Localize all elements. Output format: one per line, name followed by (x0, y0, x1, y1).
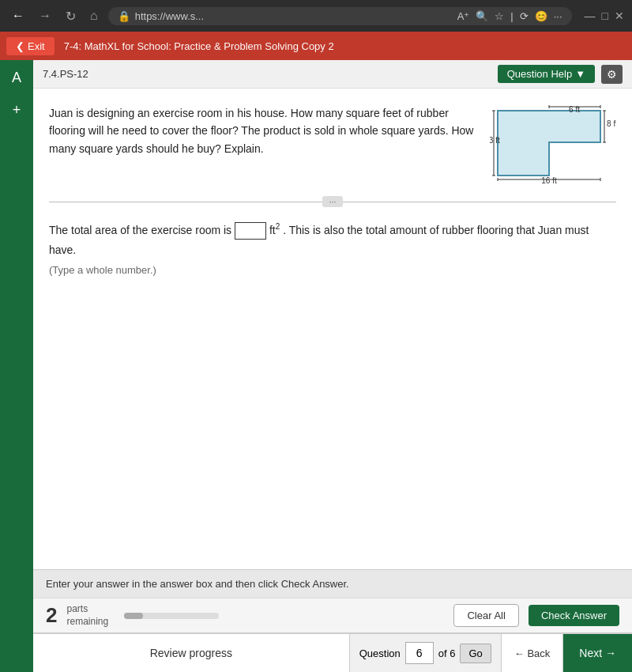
superscript-2: 2 (276, 222, 280, 231)
main-layout: A + 7.4.PS-12 Question Help ▼ ⚙ Juan is … (0, 60, 632, 672)
problem-area: Juan is designing an exercise room in hi… (33, 89, 632, 569)
search-icon: 🔍 (476, 10, 488, 22)
star-icon: ☆ (495, 10, 504, 22)
profile-icon: 😊 (535, 10, 547, 22)
close-btn[interactable]: ✕ (615, 9, 624, 22)
dim-13ft-label: 13 ft (490, 136, 500, 145)
back-button[interactable]: ← Back (502, 634, 564, 672)
progress-bar-container (124, 613, 219, 619)
parts-number: 2 (46, 603, 57, 628)
window-controls: — □ ✕ (585, 9, 624, 22)
question-help-button[interactable]: Question Help ▼ (498, 65, 595, 83)
problem-text: Juan is designing an exercise room in hi… (49, 104, 474, 183)
app-header: ❮ Exit 7-4: MathXL for School: Practice … (0, 32, 632, 60)
dim-8ft-label: 8 ft (607, 119, 616, 128)
type-hint: (Type a whole number.) (49, 264, 156, 276)
sidebar-icon-a[interactable]: A (9, 66, 24, 89)
collapse-handle[interactable]: ··· (322, 196, 342, 207)
exit-label: Exit (28, 40, 45, 52)
url-text: https://www.s... (135, 10, 204, 22)
question-number-input[interactable] (405, 642, 434, 664)
floor-diagram: 6 ft 8 ft 13 ft (490, 104, 616, 183)
content-area: 7.4.PS-12 Question Help ▼ ⚙ Juan is desi… (33, 60, 632, 672)
clear-all-button[interactable]: Clear All (453, 604, 518, 627)
dim-16ft-label: 16 ft (541, 176, 557, 183)
refresh-icon: ⟳ (520, 10, 529, 22)
answer-unit-text: ft2 (269, 224, 280, 236)
nav-back-browser[interactable]: ← (8, 7, 28, 25)
of-total-label: of 6 (438, 647, 456, 659)
exit-arrow-icon: ❮ (16, 40, 24, 52)
url-bar[interactable]: 🔒 https://www.s... A⁺ 🔍 ☆ | ⟳ 😊 ··· (108, 7, 572, 25)
question-id: 7.4.PS-12 (43, 68, 88, 80)
diagram-container: 6 ft 8 ft 13 ft (490, 104, 616, 183)
toolbar-right: Question Help ▼ ⚙ (498, 65, 623, 84)
app-title: 7-4: MathXL for School: Practice & Probl… (64, 40, 334, 52)
dropdown-arrow-icon: ▼ (575, 68, 585, 80)
parts-label-line2: remaining (66, 616, 108, 629)
answer-section: The total area of the exercise room is f… (49, 220, 616, 280)
parts-label-line1: parts (66, 603, 108, 616)
review-progress-button[interactable]: Review progress (33, 634, 350, 672)
check-answer-button[interactable]: Check Answer (529, 605, 619, 626)
instruction-bar: Enter your answer in the answer box and … (33, 569, 632, 598)
font-size-icon: A⁺ (457, 10, 470, 22)
parts-label: parts remaining (66, 603, 108, 628)
problem-top: Juan is designing an exercise room in hi… (49, 104, 616, 183)
nav-forward-browser[interactable]: → (35, 7, 55, 25)
instruction-text: Enter your answer in the answer box and … (46, 578, 349, 590)
dim-6ft-label: 6 ft (569, 105, 580, 114)
minimize-btn[interactable]: — (585, 9, 596, 22)
next-button[interactable]: Next → (563, 634, 632, 672)
parts-bar: 2 parts remaining Clear All Check Answer (33, 598, 632, 632)
more-icon: ··· (554, 10, 562, 22)
divider: | (510, 10, 513, 22)
browser-chrome: ← → ↻ ⌂ 🔒 https://www.s... A⁺ 🔍 ☆ | ⟳ 😊 … (0, 0, 632, 32)
nav-refresh-browser[interactable]: ↻ (62, 7, 80, 25)
question-navigation-area: Question of 6 Go (350, 634, 502, 672)
maximize-btn[interactable]: □ (602, 9, 608, 22)
nav-home-browser[interactable]: ⌂ (86, 7, 102, 25)
answer-prefix: The total area of the exercise room is (49, 224, 231, 236)
go-button[interactable]: Go (460, 644, 491, 663)
settings-button[interactable]: ⚙ (601, 65, 623, 84)
progress-bar-fill (124, 613, 143, 619)
question-toolbar: 7.4.PS-12 Question Help ▼ ⚙ (33, 60, 632, 89)
section-divider: ··· (49, 196, 616, 207)
sidebar-icon-plus[interactable]: + (9, 99, 24, 122)
sidebar: A + (0, 60, 33, 672)
exit-button[interactable]: ❮ Exit (6, 37, 55, 55)
nav-bar: Review progress Question of 6 Go ← Back … (33, 632, 632, 672)
lock-icon: 🔒 (118, 10, 130, 22)
question-help-label: Question Help (507, 68, 572, 80)
answer-input[interactable] (235, 222, 266, 240)
question-label: Question (359, 647, 401, 659)
